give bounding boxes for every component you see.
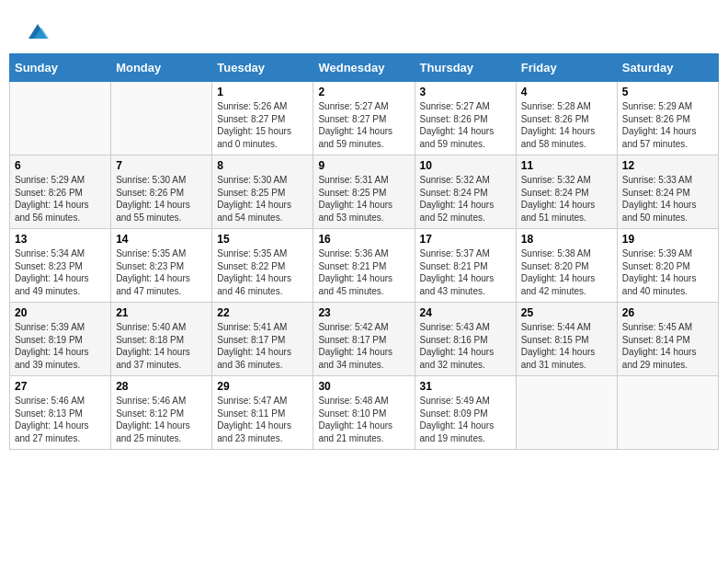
calendar-cell: 12Sunrise: 5:33 AM Sunset: 8:24 PM Dayli… [617,155,718,229]
day-of-week-header: Friday [516,54,617,82]
day-info: Sunrise: 5:31 AM Sunset: 8:25 PM Dayligh… [318,174,409,224]
calendar-cell [516,376,617,450]
calendar-cell: 24Sunrise: 5:43 AM Sunset: 8:16 PM Dayli… [415,303,516,376]
calendar-cell: 8Sunrise: 5:30 AM Sunset: 8:25 PM Daylig… [212,155,313,229]
calendar-cell: 28Sunrise: 5:46 AM Sunset: 8:12 PM Dayli… [111,376,212,450]
calendar-cell: 15Sunrise: 5:35 AM Sunset: 8:22 PM Dayli… [212,229,313,303]
calendar-cell: 21Sunrise: 5:40 AM Sunset: 8:18 PM Dayli… [111,303,212,376]
logo [23,18,51,44]
calendar-cell [617,376,718,450]
day-number: 6 [15,159,106,172]
day-of-week-header: Sunday [10,54,111,82]
calendar-cell: 19Sunrise: 5:39 AM Sunset: 8:20 PM Dayli… [617,229,718,303]
day-info: Sunrise: 5:45 AM Sunset: 8:14 PM Dayligh… [622,321,713,371]
day-info: Sunrise: 5:26 AM Sunset: 8:27 PM Dayligh… [217,100,308,150]
day-of-week-header: Saturday [617,54,718,82]
calendar-cell: 25Sunrise: 5:44 AM Sunset: 8:15 PM Dayli… [516,303,617,376]
day-of-week-header: Monday [111,54,212,82]
calendar-week-row: 1Sunrise: 5:26 AM Sunset: 8:27 PM Daylig… [10,82,719,155]
day-number: 24 [420,306,511,319]
day-number: 19 [622,233,713,246]
day-of-week-header: Tuesday [212,54,313,82]
calendar-cell: 9Sunrise: 5:31 AM Sunset: 8:25 PM Daylig… [313,155,415,229]
calendar-header-row: SundayMondayTuesdayWednesdayThursdayFrid… [10,54,719,82]
day-number: 8 [217,159,308,172]
day-info: Sunrise: 5:30 AM Sunset: 8:26 PM Dayligh… [116,174,207,224]
calendar-cell: 6Sunrise: 5:29 AM Sunset: 8:26 PM Daylig… [10,155,111,229]
calendar-cell: 7Sunrise: 5:30 AM Sunset: 8:26 PM Daylig… [111,155,212,229]
day-number: 14 [116,233,207,246]
day-number: 23 [318,306,409,319]
calendar-cell [111,82,212,155]
day-number: 30 [318,380,409,393]
day-number: 26 [622,306,713,319]
day-info: Sunrise: 5:35 AM Sunset: 8:22 PM Dayligh… [217,247,308,297]
logo-icon [25,18,51,44]
day-number: 1 [217,86,308,98]
day-info: Sunrise: 5:30 AM Sunset: 8:25 PM Dayligh… [217,174,308,224]
day-info: Sunrise: 5:28 AM Sunset: 8:26 PM Dayligh… [521,100,612,150]
day-info: Sunrise: 5:37 AM Sunset: 8:21 PM Dayligh… [420,247,511,297]
calendar-cell: 27Sunrise: 5:46 AM Sunset: 8:13 PM Dayli… [10,376,111,450]
day-number: 16 [318,233,409,246]
day-number: 3 [420,86,511,98]
day-number: 27 [15,380,106,393]
calendar-cell [10,82,111,155]
page-header [9,9,719,49]
day-info: Sunrise: 5:46 AM Sunset: 8:13 PM Dayligh… [15,395,106,444]
calendar-cell: 20Sunrise: 5:39 AM Sunset: 8:19 PM Dayli… [10,303,111,376]
day-number: 7 [116,159,207,172]
calendar-cell: 5Sunrise: 5:29 AM Sunset: 8:26 PM Daylig… [617,82,718,155]
day-info: Sunrise: 5:46 AM Sunset: 8:12 PM Dayligh… [116,395,207,444]
day-number: 15 [217,233,308,246]
day-info: Sunrise: 5:34 AM Sunset: 8:23 PM Dayligh… [15,247,106,297]
day-info: Sunrise: 5:32 AM Sunset: 8:24 PM Dayligh… [420,174,511,224]
day-number: 21 [116,306,207,319]
day-number: 4 [521,86,612,98]
day-number: 22 [217,306,308,319]
day-info: Sunrise: 5:42 AM Sunset: 8:17 PM Dayligh… [318,321,409,371]
calendar-cell: 2Sunrise: 5:27 AM Sunset: 8:27 PM Daylig… [313,82,415,155]
day-number: 29 [217,380,308,393]
day-number: 12 [622,159,713,172]
day-number: 17 [420,233,511,246]
calendar-week-row: 27Sunrise: 5:46 AM Sunset: 8:13 PM Dayli… [10,376,719,450]
day-number: 28 [116,380,207,393]
day-info: Sunrise: 5:41 AM Sunset: 8:17 PM Dayligh… [217,321,308,371]
day-number: 25 [521,306,612,319]
day-number: 18 [521,233,612,246]
day-info: Sunrise: 5:39 AM Sunset: 8:19 PM Dayligh… [15,321,106,371]
day-info: Sunrise: 5:32 AM Sunset: 8:24 PM Dayligh… [521,174,612,224]
day-number: 10 [420,159,511,172]
calendar-cell: 26Sunrise: 5:45 AM Sunset: 8:14 PM Dayli… [617,303,718,376]
day-info: Sunrise: 5:29 AM Sunset: 8:26 PM Dayligh… [622,100,713,150]
day-number: 13 [15,233,106,246]
day-info: Sunrise: 5:43 AM Sunset: 8:16 PM Dayligh… [420,321,511,371]
day-number: 5 [622,86,713,98]
day-info: Sunrise: 5:29 AM Sunset: 8:26 PM Dayligh… [15,174,106,224]
calendar-cell: 31Sunrise: 5:49 AM Sunset: 8:09 PM Dayli… [415,376,516,450]
day-info: Sunrise: 5:27 AM Sunset: 8:27 PM Dayligh… [318,100,409,150]
day-info: Sunrise: 5:44 AM Sunset: 8:15 PM Dayligh… [521,321,612,371]
day-of-week-header: Wednesday [313,54,415,82]
day-info: Sunrise: 5:33 AM Sunset: 8:24 PM Dayligh… [622,174,713,224]
calendar-cell: 29Sunrise: 5:47 AM Sunset: 8:11 PM Dayli… [212,376,313,450]
calendar-week-row: 20Sunrise: 5:39 AM Sunset: 8:19 PM Dayli… [10,303,719,376]
calendar-week-row: 13Sunrise: 5:34 AM Sunset: 8:23 PM Dayli… [10,229,719,303]
day-info: Sunrise: 5:47 AM Sunset: 8:11 PM Dayligh… [217,395,308,444]
calendar-cell: 16Sunrise: 5:36 AM Sunset: 8:21 PM Dayli… [313,229,415,303]
day-number: 2 [318,86,409,98]
calendar-cell: 17Sunrise: 5:37 AM Sunset: 8:21 PM Dayli… [415,229,516,303]
day-of-week-header: Thursday [415,54,516,82]
calendar-week-row: 6Sunrise: 5:29 AM Sunset: 8:26 PM Daylig… [10,155,719,229]
calendar-cell: 10Sunrise: 5:32 AM Sunset: 8:24 PM Dayli… [415,155,516,229]
calendar-cell: 1Sunrise: 5:26 AM Sunset: 8:27 PM Daylig… [212,82,313,155]
calendar-cell: 23Sunrise: 5:42 AM Sunset: 8:17 PM Dayli… [313,303,415,376]
day-info: Sunrise: 5:40 AM Sunset: 8:18 PM Dayligh… [116,321,207,371]
day-info: Sunrise: 5:38 AM Sunset: 8:20 PM Dayligh… [521,247,612,297]
day-info: Sunrise: 5:39 AM Sunset: 8:20 PM Dayligh… [622,247,713,297]
calendar-cell: 11Sunrise: 5:32 AM Sunset: 8:24 PM Dayli… [516,155,617,229]
calendar-cell: 30Sunrise: 5:48 AM Sunset: 8:10 PM Dayli… [313,376,415,450]
calendar-cell: 13Sunrise: 5:34 AM Sunset: 8:23 PM Dayli… [10,229,111,303]
day-info: Sunrise: 5:27 AM Sunset: 8:26 PM Dayligh… [420,100,511,150]
